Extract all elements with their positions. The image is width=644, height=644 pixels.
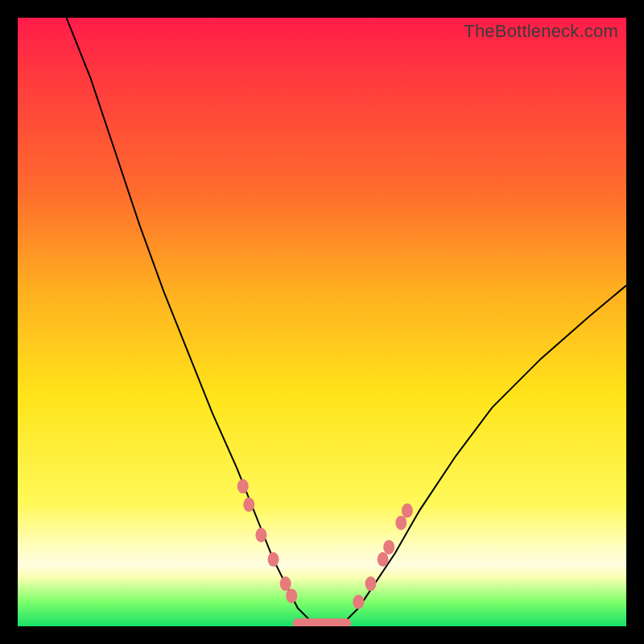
- watermark-text: TheBottleneck.com: [464, 21, 618, 42]
- plot-area: TheBottleneck.com: [18, 18, 626, 626]
- curve-marker: [243, 497, 254, 512]
- curve-path: [67, 18, 627, 626]
- curve-marker: [268, 552, 279, 567]
- curve-marker: [378, 552, 389, 567]
- marker-cluster-left: [237, 479, 297, 603]
- curve-marker: [365, 576, 376, 591]
- outer-frame: TheBottleneck.com: [0, 0, 644, 644]
- bottleneck-curve: [18, 18, 626, 626]
- curve-marker: [383, 540, 394, 555]
- curve-marker: [280, 576, 291, 591]
- curve-marker: [237, 479, 249, 493]
- marker-cluster-right: [353, 503, 412, 609]
- curve-marker: [402, 503, 413, 518]
- curve-marker: [353, 595, 364, 609]
- curve-marker: [395, 515, 407, 530]
- curve-marker: [286, 588, 297, 603]
- curve-marker: [255, 528, 266, 543]
